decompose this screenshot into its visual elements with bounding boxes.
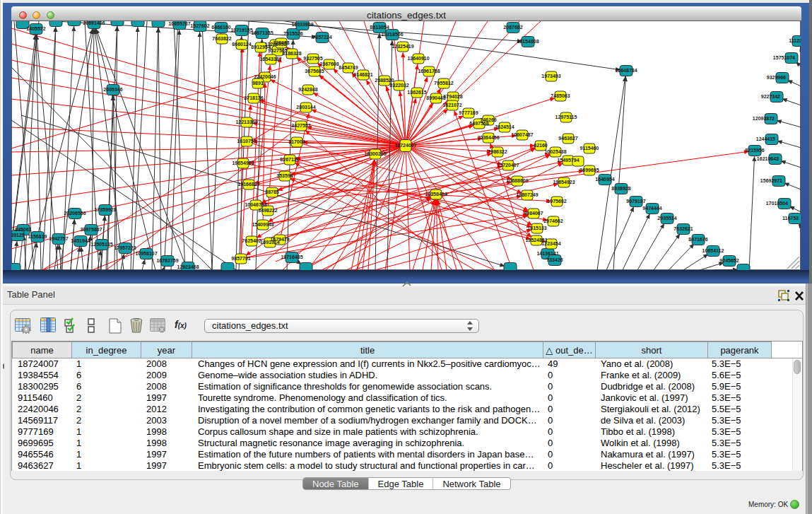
svg-text:19166827: 19166827 bbox=[237, 182, 259, 187]
svg-text:1156819: 1156819 bbox=[28, 234, 47, 239]
svg-text:19218506: 19218506 bbox=[381, 32, 403, 37]
svg-text:18300295: 18300295 bbox=[364, 151, 386, 156]
svg-text:6466160: 6466160 bbox=[211, 25, 230, 30]
svg-text:116753: 116753 bbox=[782, 216, 799, 221]
svg-text:8938928: 8938928 bbox=[611, 186, 630, 191]
svg-text:7955812: 7955812 bbox=[434, 81, 453, 86]
svg-text:10046788: 10046788 bbox=[245, 202, 266, 207]
svg-text:1362615: 1362615 bbox=[407, 90, 426, 95]
svg-text:13640910: 13640910 bbox=[407, 56, 429, 61]
svg-text:14136141: 14136141 bbox=[536, 251, 558, 256]
svg-text:2605346: 2605346 bbox=[103, 87, 122, 92]
svg-text:15720407: 15720407 bbox=[497, 163, 519, 168]
svg-text:2367608: 2367608 bbox=[319, 62, 339, 66]
svg-text:19358404: 19358404 bbox=[425, 192, 447, 197]
svg-text:17359928: 17359928 bbox=[94, 207, 116, 212]
svg-text:3624514: 3624514 bbox=[495, 124, 514, 129]
svg-text:2718176: 2718176 bbox=[244, 95, 263, 100]
svg-text:3675685: 3675685 bbox=[305, 69, 324, 74]
svg-text:1405572: 1405572 bbox=[26, 26, 45, 31]
svg-text:1244415: 1244415 bbox=[756, 136, 775, 141]
svg-text:12093872: 12093872 bbox=[753, 116, 775, 121]
svg-text:12975115: 12975115 bbox=[555, 115, 577, 119]
svg-text:3427552: 3427552 bbox=[291, 123, 310, 128]
svg-text:6794028: 6794028 bbox=[443, 94, 462, 99]
svg-text:817004: 817004 bbox=[288, 139, 305, 144]
svg-text:16782759: 16782759 bbox=[156, 258, 178, 263]
svg-text:10654112: 10654112 bbox=[702, 248, 724, 253]
svg-text:15409948: 15409948 bbox=[252, 222, 273, 227]
svg-text:10655287: 10655287 bbox=[168, 21, 190, 26]
svg-text:1679479: 1679479 bbox=[270, 237, 289, 242]
svg-text:12213369: 12213369 bbox=[235, 119, 257, 124]
svg-text:20691406: 20691406 bbox=[83, 21, 105, 25]
svg-text:8471676: 8471676 bbox=[688, 237, 707, 242]
svg-text:9084067: 9084067 bbox=[524, 211, 543, 216]
svg-text:226058: 226058 bbox=[273, 40, 289, 45]
svg-text:8813054: 8813054 bbox=[370, 25, 389, 30]
svg-text:1615133: 1615133 bbox=[527, 226, 546, 230]
svg-text:835061: 835061 bbox=[15, 227, 31, 232]
svg-text:10719155: 10719155 bbox=[230, 28, 252, 33]
svg-text:9245652: 9245652 bbox=[719, 258, 739, 263]
svg-text:1975692: 1975692 bbox=[547, 199, 566, 204]
svg-text:18724007: 18724007 bbox=[394, 143, 416, 148]
svg-text:8267130: 8267130 bbox=[280, 157, 299, 162]
svg-text:20206556: 20206556 bbox=[64, 211, 86, 216]
svg-text:18807249: 18807249 bbox=[516, 192, 538, 197]
svg-text:16033809: 16033809 bbox=[291, 22, 313, 27]
svg-text:9115460: 9115460 bbox=[580, 146, 599, 151]
svg-text:11123: 11123 bbox=[789, 38, 801, 43]
svg-text:12923468: 12923468 bbox=[177, 264, 199, 269]
svg-text:19716485: 19716485 bbox=[281, 255, 302, 259]
svg-text:1451944: 1451944 bbox=[71, 238, 90, 243]
svg-text:10688609: 10688609 bbox=[506, 178, 528, 183]
svg-text:2803144: 2803144 bbox=[296, 105, 315, 110]
svg-text:7485063: 7485063 bbox=[551, 93, 570, 98]
svg-text:9242848: 9242848 bbox=[298, 87, 317, 92]
svg-text:2588520: 2588520 bbox=[375, 78, 394, 83]
svg-text:353594: 353594 bbox=[276, 173, 293, 178]
svg-text:30975887: 30975887 bbox=[80, 227, 102, 232]
svg-text:8454749: 8454749 bbox=[339, 65, 358, 70]
svg-text:62160: 62160 bbox=[534, 143, 548, 148]
svg-text:9329966: 9329966 bbox=[767, 75, 786, 80]
svg-text:15692971: 15692971 bbox=[760, 178, 782, 183]
svg-text:1610755: 1610755 bbox=[237, 139, 256, 144]
svg-text:8322032: 8322032 bbox=[389, 83, 408, 88]
svg-text:17016504: 17016504 bbox=[766, 201, 788, 206]
svg-text:9891: 9891 bbox=[252, 81, 264, 86]
svg-text:16543382: 16543382 bbox=[259, 57, 281, 62]
svg-text:7857224: 7857224 bbox=[312, 35, 331, 40]
svg-text:1640954: 1640954 bbox=[595, 177, 614, 182]
svg-text:10607487: 10607487 bbox=[511, 132, 533, 137]
svg-text:9327505: 9327505 bbox=[303, 56, 322, 61]
svg-text:8186328: 8186328 bbox=[282, 51, 301, 56]
svg-text:9227342: 9227342 bbox=[761, 94, 780, 99]
svg-text:733426: 733426 bbox=[546, 257, 563, 262]
svg-text:3498222: 3498222 bbox=[258, 208, 277, 213]
svg-text:16210643: 16210643 bbox=[757, 156, 779, 161]
svg-text:9474444: 9474444 bbox=[642, 206, 661, 211]
svg-text:39129: 39129 bbox=[11, 233, 25, 238]
svg-text:2935514: 2935514 bbox=[657, 216, 676, 221]
svg-text:7625402: 7625402 bbox=[242, 238, 261, 243]
svg-text:20364456: 20364456 bbox=[477, 135, 499, 140]
svg-text:16648784: 16648784 bbox=[615, 68, 637, 73]
svg-text:746266: 746266 bbox=[480, 117, 496, 122]
svg-text:2087682: 2087682 bbox=[503, 25, 522, 30]
svg-text:10958107: 10958107 bbox=[135, 251, 157, 256]
svg-text:17957223: 17957223 bbox=[114, 245, 136, 250]
svg-text:9463627: 9463627 bbox=[558, 136, 577, 141]
svg-text:7632621: 7632621 bbox=[673, 226, 693, 231]
svg-text:10025438: 10025438 bbox=[544, 149, 566, 154]
svg-text:8215956: 8215956 bbox=[745, 148, 764, 153]
svg-text:7515526: 7515526 bbox=[283, 31, 302, 36]
svg-text:7986322: 7986322 bbox=[488, 149, 507, 154]
svg-text:8660124: 8660124 bbox=[232, 42, 251, 47]
svg-text:2074662: 2074662 bbox=[543, 218, 563, 223]
svg-text:22420046: 22420046 bbox=[254, 74, 276, 79]
svg-text:38785: 38785 bbox=[265, 189, 279, 194]
svg-text:19524851: 19524851 bbox=[525, 238, 547, 243]
svg-text:19654923: 19654923 bbox=[553, 180, 575, 185]
